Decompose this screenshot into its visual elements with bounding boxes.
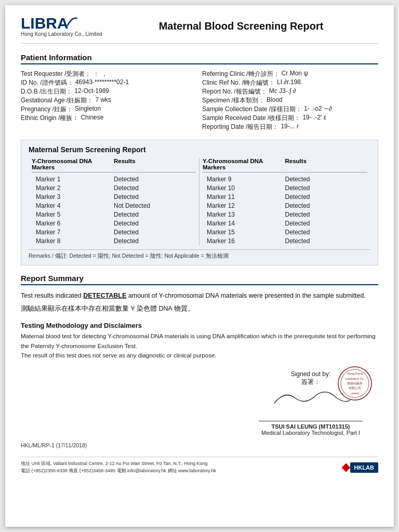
marker-15-result: Detected	[285, 229, 368, 236]
marker-10-name: Marker 10	[203, 184, 285, 192]
patient-info-right: Referring Clinic /轉介診所： Cr Mon ψ Clinic …	[202, 70, 378, 131]
marker-9-name: Marker 9	[203, 176, 285, 183]
stamp-svg: Hong Kong Laboratory Co. 香港化驗所 有限公司 Limi…	[337, 365, 373, 402]
info-row-dob: D.O.B /出生日期： 12-Oct-1989	[21, 87, 197, 96]
logo-area: LIBRA Hong Kong Laboratory Co., Limited	[21, 16, 104, 37]
footer: 地址 Unit 區域, Valiant Industrial Centre, 2…	[21, 457, 378, 474]
label-gestational: Gestational Age /妊娠期：	[21, 96, 93, 105]
remarks: Remarks / 備註: Detected = 陽性; Not Detecte…	[29, 249, 370, 260]
marker-14-name: Marker 14	[203, 220, 285, 227]
report-summary-section: Report Summary Test results indicated DE…	[21, 274, 378, 313]
marker-row-9: Marker 9 Detected	[203, 175, 367, 183]
footer-logo-area: HKLAB	[343, 462, 379, 473]
value-requester: ： ，	[93, 70, 107, 78]
markers-left-header: Y-Chromosomal DNA Markers Results	[32, 158, 196, 172]
report-title: Maternal Blood Screening Report	[104, 20, 378, 32]
marker-7-name: Marker 7	[32, 229, 114, 236]
markers-right-header: Y-Chromosomal DNA Markers Results	[203, 158, 367, 172]
value-ethnic: Chinese	[81, 114, 103, 123]
info-row-collection: Sample Collection Date /採樣日期： 1- .-o2 ∽∂	[202, 105, 378, 114]
detectable-word: DETECTABLE	[83, 292, 126, 299]
col3-header: Y-Chromosomal DNA Markers	[203, 158, 285, 170]
marker-14-result: Detected	[285, 220, 368, 227]
value-collection: 1- .-o2 ∽∂	[304, 105, 332, 114]
patient-info-left: Test Requester /受測者： ： ， ID No. /證件號碼： 4…	[21, 70, 197, 131]
header: LIBRA Hong Kong Laboratory Co., Limited …	[21, 16, 378, 44]
marker-row-14: Marker 14 Detected	[203, 219, 367, 228]
value-received: 19- .-2' ε	[302, 114, 326, 123]
marker-row-4: Marker 4 Not Detected	[32, 201, 196, 210]
marker-row-16: Marker 16 Detected	[203, 236, 367, 245]
svg-text:有限公司: 有限公司	[349, 387, 361, 390]
label-reporting: Reporting Date /報告日期：	[202, 123, 278, 131]
marker-3-result: Detected	[114, 193, 196, 201]
label-collection: Sample Collection Date /採樣日期：	[202, 105, 302, 114]
label-reportno: Report No. /報告編號：	[202, 87, 267, 96]
marker-row-7: Marker 7 Detected	[32, 228, 196, 236]
signed-by-cn: 簽署：	[301, 378, 320, 385]
marker-row-11: Marker 11 Detected	[203, 192, 367, 201]
marker-12-result: Detected	[285, 202, 368, 209]
value-dob: 12-Oct-1989	[74, 87, 109, 96]
col4-header: Results	[285, 158, 368, 170]
info-row-ethnic: Ethnic Origin /種族： Chinese	[21, 114, 197, 123]
marker-2-result: Detected	[114, 184, 196, 192]
value-reportno: Mc J3-.∫ ∂	[269, 87, 296, 96]
label-id: ID No. /證件號碼：	[21, 78, 73, 87]
label-dob: D.O.B /出生日期：	[21, 87, 72, 96]
document-page: LIBRA Hong Kong Laboratory Co., Limited …	[5, 5, 394, 527]
marker-11-name: Marker 11	[203, 193, 285, 201]
libra-logo: LIBRA Hong Kong Laboratory Co., Limited	[21, 16, 104, 37]
col2-header: Results	[114, 158, 196, 170]
value-clinicref: LI ∂r.198.	[277, 78, 302, 87]
info-row-clinicref: Clinic Ref No. /轉介編號： LI ∂r.198.	[202, 78, 378, 87]
marker-4-result: Not Detected	[114, 202, 196, 209]
marker-13-name: Marker 13	[203, 211, 285, 218]
signed-by-en: Signed out by:	[291, 370, 331, 378]
info-row-specimen: Specimen /樣本類別： Blood	[202, 96, 378, 105]
markers-right-half: Y-Chromosomal DNA Markers Results Marker…	[200, 158, 370, 245]
value-gestational: 7 wks	[95, 96, 111, 105]
col1-header: Y-Chromosomal DNA Markers	[32, 158, 114, 170]
value-specimen: Blood	[267, 96, 283, 105]
marker-2-name: Marker 2	[32, 184, 114, 192]
info-row-reportno: Report No. /報告編號： Mc J3-.∫ ∂	[202, 87, 378, 96]
marker-10-result: Detected	[285, 184, 368, 192]
footer-address-line2: 電話 (+852)2350-6338 傳真 (+852)3468-3495 電郵…	[21, 468, 216, 475]
methodology-title: Testing Methodology and Disclaimers	[21, 322, 378, 329]
marker-row-6: Marker 6 Detected	[32, 219, 196, 228]
info-row-requester: Test Requester /受測者： ： ，	[21, 70, 197, 78]
patient-info-grid: Test Requester /受測者： ： ， ID No. /證件號碼： 4…	[21, 70, 378, 131]
marker-4-name: Marker 4	[32, 202, 114, 209]
marker-15-name: Marker 15	[203, 229, 285, 236]
info-row-pregnancy: Pregnancy /妊娠： Singleton	[21, 105, 197, 114]
signature-line	[259, 421, 363, 421]
marker-row-15: Marker 15 Detected	[203, 228, 367, 236]
marker-12-name: Marker 12	[203, 202, 285, 209]
hklab-logo-container: HKLAB	[343, 462, 379, 473]
info-row-gestational: Gestational Age /妊娠期： 7 wks	[21, 96, 197, 105]
info-row-received: Sample Received Date /收樣日期： 19- .-2' ε	[202, 114, 378, 123]
marker-8-result: Detected	[114, 237, 196, 245]
patient-info-section: Patient Information Test Requester /受測者：…	[21, 53, 378, 131]
stamp: Hong Kong Laboratory Co. 香港化驗所 有限公司 Limi…	[337, 365, 373, 402]
info-row-clinic: Referring Clinic /轉介診所： Cr Mon ψ	[202, 70, 378, 78]
marker-row-13: Marker 13 Detected	[203, 210, 367, 219]
patient-info-title: Patient Information	[21, 53, 378, 64]
value-pregnancy: Singleton	[75, 105, 101, 114]
marker-13-result: Detected	[285, 211, 368, 218]
label-requester: Test Requester /受測者：	[21, 70, 91, 78]
signature-area: Signed out by: 簽署： TSUI SAI LEUNG (MT101…	[21, 370, 378, 436]
marker-row-1: Marker 1 Detected	[32, 175, 196, 183]
marker-11-result: Detected	[285, 193, 368, 201]
svg-text:香港化驗所: 香港化驗所	[347, 382, 363, 385]
markers-table: Y-Chromosomal DNA Markers Results Marker…	[29, 158, 370, 245]
marker-1-name: Marker 1	[32, 176, 114, 183]
hklab-text: HKLAB	[350, 462, 379, 473]
label-pregnancy: Pregnancy /妊娠：	[21, 105, 73, 114]
label-received: Sample Received Date /收樣日期：	[202, 114, 300, 123]
marker-row-3: Marker 3 Detected	[32, 192, 196, 201]
value-clinic: Cr Mon ψ	[282, 70, 308, 78]
svg-text:Laboratory Co.: Laboratory Co.	[345, 377, 365, 380]
marker-row-12: Marker 12 Detected	[203, 201, 367, 210]
